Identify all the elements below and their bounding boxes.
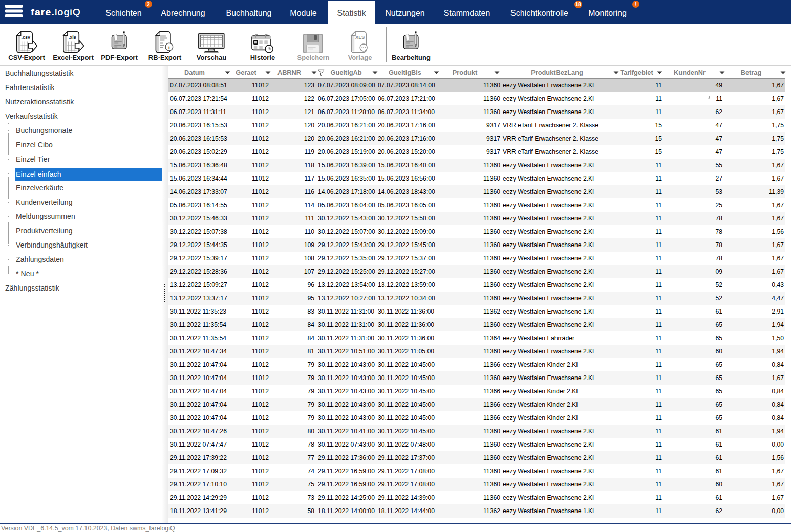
svg-text:.xls: .xls <box>69 35 76 40</box>
svg-text:XLS: XLS <box>355 34 365 40</box>
svg-text:.csv: .csv <box>22 35 31 40</box>
svg-text:i: i <box>168 44 170 50</box>
